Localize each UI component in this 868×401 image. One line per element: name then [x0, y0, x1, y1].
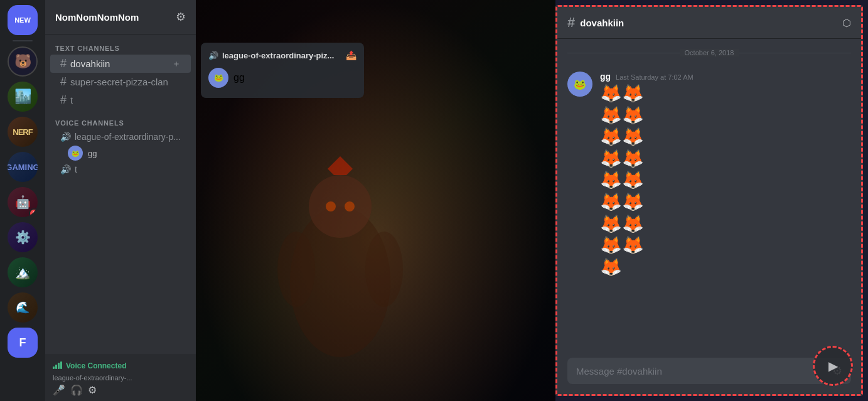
server-name: NomNomNomNom	[55, 12, 139, 23]
server-icon-s1[interactable]: 🐻	[8, 46, 38, 77]
server-list: NEW 🐻 🏙️ NERF GAMING 🤖 1 ⚙️ 🏔️ 🌊 F	[0, 0, 45, 401]
emoji-row-3: 🦊🦊	[600, 126, 851, 147]
main-content: 🔊 league-of-extraordinary-piz... 📤 🐸 gg	[196, 0, 555, 401]
voice-channel-name: league-of-extraordinary-p...	[75, 132, 181, 142]
voice-channel-user: 🐸 gg	[45, 144, 196, 162]
server-icon-s5[interactable]: 🤖 1	[8, 187, 38, 217]
message-group: 🐸 gg Last Saturday at 7:02 AM 🦊🦊 🦊🦊 🦊🦊 🦊…	[567, 72, 851, 278]
voice-connected-text: Voice Connected	[66, 361, 126, 370]
server-divider	[13, 40, 33, 41]
channel-item-t1[interactable]: # t	[50, 91, 191, 109]
message-username: gg	[600, 72, 611, 82]
date-divider: October 6, 2018	[557, 39, 861, 67]
emoji-row-2: 🦊🦊	[600, 105, 851, 126]
emoji-row-7: 🦊🦊	[600, 213, 851, 235]
mic-icon[interactable]: 🎤	[53, 384, 65, 396]
voice-popup-avatar: 🐸	[208, 68, 228, 88]
hash-icon-2: #	[60, 75, 67, 88]
chat-input[interactable]	[576, 366, 827, 377]
voice-connected-channel: league-of-extraordinary-...	[53, 374, 188, 382]
voice-channels-header: VOICE CHANNELS	[45, 109, 196, 129]
channel-item-pizza[interactable]: # super-secret-pizza-clan	[50, 73, 191, 91]
channel-name: dovahkiin	[70, 58, 110, 69]
add-member-icon[interactable]: ＋	[172, 58, 181, 70]
channel-item-dovahkiin[interactable]: # dovahkiin ＋	[50, 55, 191, 73]
voice-popup-username: gg	[233, 72, 245, 83]
play-icon: ▶	[828, 358, 838, 373]
voice-channel-name-2: t	[75, 164, 77, 174]
speaker-icon-2: 🔊	[60, 164, 71, 174]
channel-hash-icon: #	[567, 14, 575, 31]
speaker-icon-popup: 🔊	[208, 51, 218, 60]
bottom-right-button[interactable]: ▶	[813, 346, 853, 386]
server-icon-s8[interactable]: 🌊	[8, 292, 38, 323]
server-icon-s4[interactable]: GAMING	[8, 152, 38, 182]
chat-channel-name: dovahkiin	[580, 18, 624, 28]
channel-item-league[interactable]: 🔊 league-of-extraordinary-p...	[50, 129, 191, 144]
game-character-svg	[246, 156, 434, 376]
svg-marker-4	[328, 156, 353, 175]
settings-icon[interactable]: ⚙	[176, 10, 186, 24]
message-content: gg Last Saturday at 7:02 AM 🦊🦊 🦊🦊 🦊🦊 🦊🦊 …	[600, 72, 851, 278]
leave-channel-icon[interactable]: 📤	[346, 50, 356, 60]
svg-point-6	[345, 201, 355, 211]
channel-item-t2[interactable]: 🔊 t	[50, 162, 191, 177]
server-icon-s7[interactable]: 🏔️	[8, 257, 38, 287]
svg-point-1	[309, 175, 372, 238]
emoji-row-4: 🦊🦊	[600, 148, 851, 169]
channel-name-2: super-secret-pizza-clan	[70, 77, 168, 87]
notification-badge: 1	[29, 208, 38, 217]
voice-popup-channel-name: league-of-extraordinary-piz...	[222, 51, 334, 60]
emoji-row-6: 🦊🦊	[600, 191, 851, 213]
voice-popup-header: 🔊 league-of-extraordinary-piz... 📤	[208, 50, 356, 60]
channel-name-3: t	[70, 95, 73, 105]
voice-popup-user: 🐸 gg	[208, 65, 356, 90]
hash-icon: #	[60, 57, 67, 70]
text-channels-header: TEXT CHANNELS	[45, 35, 196, 55]
emoji-row-9: 🦊	[600, 257, 851, 278]
message-header: gg Last Saturday at 7:02 AM	[600, 72, 851, 82]
server-header[interactable]: NomNomNomNom ⚙	[45, 0, 196, 35]
svg-point-3	[365, 232, 403, 307]
channel-sidebar: NomNomNomNom ⚙ TEXT CHANNELS # dovahkiin…	[45, 0, 196, 401]
chat-header: # dovahkiin ⬡	[557, 7, 861, 39]
voice-status-row: Voice Connected	[53, 360, 188, 372]
message-avatar: 🐸	[567, 72, 592, 97]
chat-popout-icon[interactable]: ⬡	[842, 17, 851, 29]
emoji-row-1: 🦊🦊	[600, 83, 851, 104]
voice-popup: 🔊 league-of-extraordinary-piz... 📤 🐸 gg	[201, 43, 364, 98]
voice-controls: 🎤 🎧 ⚙	[53, 384, 188, 396]
server-icon-sf[interactable]: F	[8, 328, 38, 358]
headphones-icon[interactable]: 🎧	[70, 384, 83, 396]
server-icon-s2[interactable]: 🏙️	[8, 82, 38, 112]
voice-connected-bar: Voice Connected league-of-extraordinary-…	[45, 355, 196, 401]
message-timestamp: Last Saturday at 7:02 AM	[616, 73, 694, 81]
server-icon-s3[interactable]: NERF	[8, 117, 38, 147]
hash-icon-3: #	[60, 94, 67, 107]
emoji-row-8: 🦊🦊	[600, 235, 851, 256]
chat-messages: 🐸 gg Last Saturday at 7:02 AM 🦊🦊 🦊🦊 🦊🦊 🦊…	[557, 67, 861, 358]
chat-panel: # dovahkiin ⬡ October 6, 2018 🐸 gg Last …	[555, 5, 863, 396]
voice-user-avatar: 🐸	[68, 146, 83, 161]
svg-point-5	[326, 201, 336, 211]
voice-settings-icon[interactable]: ⚙	[88, 384, 97, 396]
server-icon-s6[interactable]: ⚙️	[8, 222, 38, 252]
chat-input-box: ⚙	[567, 358, 851, 384]
voice-user-name: gg	[88, 149, 97, 158]
emoji-row-5: 🦊🦊	[600, 169, 851, 191]
server-icon-new[interactable]: NEW	[8, 5, 38, 35]
svg-point-2	[277, 232, 315, 307]
speaker-icon: 🔊	[60, 132, 71, 142]
signal-bars-icon	[53, 360, 62, 372]
